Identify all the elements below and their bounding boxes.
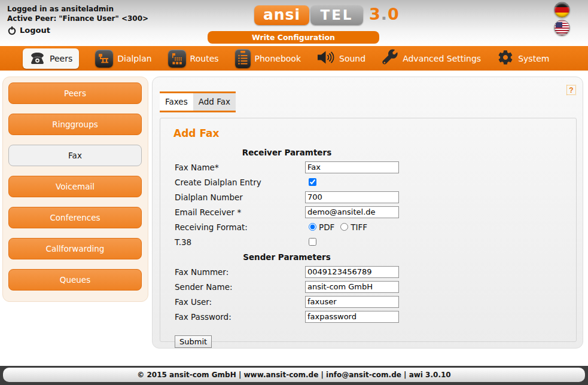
sidebar-item-fax[interactable]: Fax [8,145,142,166]
gear-icon [497,49,514,68]
sender-name-label: Sender Name: [175,282,305,292]
fax-user-input[interactable] [305,296,399,308]
logo-version: 3.0 [369,5,400,23]
form-row: Fax Password: [160,309,576,324]
nav-label: Advanced Settings [403,54,481,63]
tab-faxes[interactable]: Faxes [160,93,193,111]
fax-name-label: Fax Name* [175,163,305,172]
fax-number-input[interactable] [305,266,399,278]
nav-label: System [518,54,549,63]
sidebar-item-conferences[interactable]: Conferences [8,207,142,228]
nav-item-peers[interactable]: Peers [23,48,79,69]
page-title: Add Fax [173,127,576,139]
sidebar: Peers Ringgroups Fax Voicemail Conferenc… [2,77,148,302]
receiver-section-title: Receiver Paramters [175,148,399,157]
main-area: Peers Ringgroups Fax Voicemail Conferenc… [0,72,588,366]
content-panel: ? Faxes Add Fax Add Fax Receiver Paramte… [152,77,583,349]
logo: ansi TEL 3.0 [254,5,400,25]
fax-user-label: Fax User: [175,297,305,307]
nav-item-advanced-settings[interactable]: Advanced Settings [382,49,481,68]
speaker-icon [317,50,335,67]
logout-button[interactable]: Logout [7,26,148,35]
form-row: Email Receiver * [160,204,576,219]
nav-label: Peers [50,54,72,63]
phonebook-clipboard-icon [235,49,251,68]
help-button[interactable]: ? [566,85,576,95]
main-navbar: Peers Dialplan [0,45,588,72]
email-receiver-input[interactable] [305,206,399,218]
sender-section-title: Sender Parameters [175,252,399,262]
section-row: Receiver Paramters [160,145,576,160]
create-dialplan-label: Create Dialplan Entry [175,178,305,187]
nav-item-sound[interactable]: Sound [317,50,365,67]
sidebar-item-ringgroups[interactable]: Ringgroups [8,114,142,135]
create-dialplan-checkbox[interactable] [309,178,316,186]
form-row: Receiving Format: PDF TIFF [160,219,576,234]
sidebar-item-voicemail[interactable]: Voicemail [8,176,142,197]
form-row: Sender Name: [160,279,576,294]
tab-strip: Faxes Add Fax [160,91,236,112]
sidebar-item-callforwarding[interactable]: Callforwarding [8,238,142,259]
nav-item-routes[interactable]: Routes [168,50,219,68]
dialplan-tree-icon [95,50,113,68]
footer-copyright: © 2015 ansit-com GmbH | www.ansit-com.de… [3,368,585,382]
sidebar-item-queues[interactable]: Queues [8,269,142,291]
nav-item-system[interactable]: System [497,49,549,68]
logo-ansi-box: ansi [254,5,309,25]
nav-label: Dialplan [117,54,151,63]
nav-item-phonebook[interactable]: Phonebook [235,49,301,68]
header: Logged in as ansiteladmin Active Peer: "… [0,0,588,45]
sender-name-input[interactable] [305,281,399,293]
t38-checkbox[interactable] [309,238,316,246]
tiff-radio-label: TIFF [351,222,367,232]
form-row: T.38 [160,234,576,249]
power-icon [7,26,17,35]
email-receiver-label: Email Receiver * [175,207,305,217]
t38-label: T.38 [175,237,305,247]
footer: © 2015 ansit-com GmbH | www.ansit-com.de… [0,366,588,385]
receiving-format-group: PDF TIFF [305,222,367,232]
logout-label: Logout [20,26,50,35]
form-row: Create Dialplan Entry [160,175,576,190]
us-flag-button[interactable] [554,20,570,36]
form-row: Fax Nummer: [160,264,576,279]
receiving-format-label: Receiving Format: [175,222,305,232]
fax-password-input[interactable] [305,311,399,323]
nav-label: Routes [190,54,219,63]
logged-in-text: Logged in as ansiteladmin [7,4,148,14]
nav-label: Sound [339,54,365,63]
dialplan-number-input[interactable] [305,191,399,203]
routes-icon [168,50,186,68]
tab-add-fax[interactable]: Add Fax [193,93,236,111]
dialplan-number-label: Dialplan Number [175,192,305,202]
tiff-radio[interactable] [340,223,348,231]
fax-password-label: Fax Password: [175,312,305,322]
session-info: Logged in as ansiteladmin Active Peer: "… [7,4,148,35]
form-row: Fax Name* [160,160,576,175]
write-configuration-button[interactable]: Write Configuration [208,31,379,44]
form-row: Dialplan Number [160,190,576,204]
form-row: Fax User: [160,294,576,309]
submit-button[interactable]: Submit [175,335,212,348]
active-peer-text: Active Peer: "Finance User" <300> [7,14,148,23]
pdf-radio[interactable] [309,223,316,231]
nav-label: Phonebook [255,54,301,63]
page: Logged in as ansiteladmin Active Peer: "… [0,0,588,385]
sidebar-item-peers[interactable]: Peers [8,82,142,104]
fax-name-input[interactable] [305,161,399,173]
phone-icon [29,51,45,66]
wrench-icon [382,49,398,68]
section-row: Sender Parameters [160,249,576,264]
nav-item-dialplan[interactable]: Dialplan [95,50,151,68]
logo-tel-box: TEL [310,5,363,25]
pdf-radio-label: PDF [319,222,334,232]
add-fax-form: Add Fax Receiver Paramters Fax Name* Cre… [160,118,577,342]
fax-number-label: Fax Nummer: [175,267,305,277]
german-flag-button[interactable] [554,2,570,18]
